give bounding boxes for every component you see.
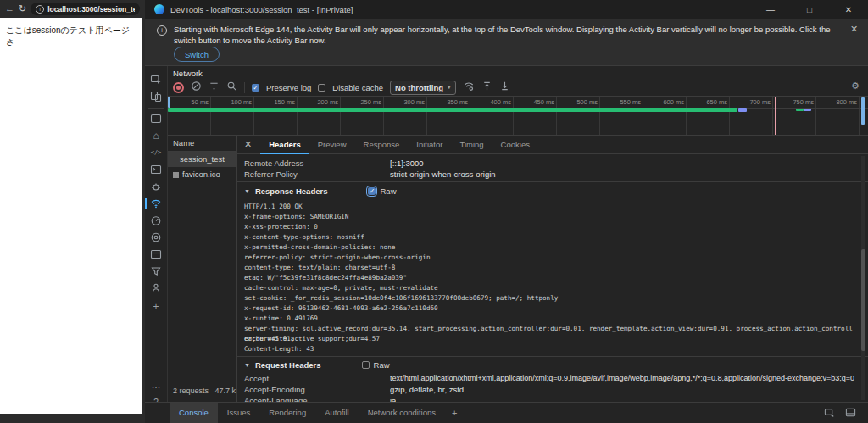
name-column-header[interactable]: Name (168, 136, 236, 152)
drawer-tab-console[interactable]: Console (170, 403, 218, 423)
dock-side-icon[interactable] (845, 406, 856, 421)
timeline-right-handle[interactable] (861, 97, 865, 125)
scrollbar-thumb[interactable] (861, 249, 865, 351)
timeline-overview[interactable]: 50 ms 100 ms 150 ms 200 ms 250 ms 300 ms… (168, 97, 868, 136)
add-drawer-tab-icon[interactable]: + (445, 408, 464, 418)
header-value: [::1]:3000 (390, 158, 424, 169)
preserve-log-checkbox[interactable]: ✓ (252, 84, 259, 92)
tick-label: 550 ms (620, 98, 641, 106)
application-icon[interactable] (149, 248, 163, 261)
request-row-session-test[interactable]: session_test (168, 152, 236, 167)
throttling-select[interactable]: No throttling ▾ (390, 81, 456, 95)
request-details-pane: ✕ Headers Preview Response Initiator Tim… (237, 136, 868, 402)
browser-bottom-edge (0, 414, 145, 423)
drawer-tab-rendering[interactable]: Rendering (259, 403, 315, 423)
elements-icon[interactable]: </> (149, 146, 163, 159)
settings-gear-icon[interactable]: ⚙ (851, 81, 860, 92)
active-panel-indicator (145, 198, 147, 209)
raw-header-line: x-content-type-options: nosniff (244, 232, 856, 242)
request-raw-checkbox[interactable] (362, 361, 370, 369)
maximize-button[interactable]: □ (790, 0, 829, 19)
preserve-log-label[interactable]: Preserve log (266, 83, 311, 92)
raw-header-line: x-runtime: 0.491769 (244, 314, 856, 324)
header-value: ja (390, 395, 396, 402)
clear-icon[interactable] (191, 80, 202, 95)
css-overview-icon[interactable] (149, 264, 163, 278)
feedback-icon[interactable] (824, 406, 835, 421)
tab-initiator[interactable]: Initiator (408, 136, 451, 154)
memory-icon[interactable] (149, 231, 163, 244)
tab-response[interactable]: Response (355, 136, 409, 154)
device-emulation-icon[interactable] (149, 90, 163, 103)
filter-icon[interactable] (209, 80, 220, 95)
header-name: Accept-Language (244, 395, 390, 402)
minimize-button[interactable]: — (751, 0, 790, 19)
page-text: ここはsessionのテスト用ページさ (6, 25, 130, 47)
request-name: favicon.ico (182, 167, 220, 182)
more-icon[interactable]: … (149, 378, 163, 392)
general-row: Referrer Policy strict-origin-when-cross… (244, 169, 854, 180)
raw-header-line: cache_write.active_support;dur=4.57 (244, 334, 856, 344)
raw-header-line: content-type: text/plain; charset=utf-8 (244, 263, 856, 273)
inspect-icon[interactable] (149, 73, 163, 86)
welcome-panel-icon[interactable] (149, 112, 163, 125)
edge-logo-icon (154, 4, 164, 14)
timeline-left-handle[interactable] (168, 97, 170, 108)
drawer-tab-network-conditions[interactable]: Network conditions (359, 403, 445, 423)
tick-label: 200 ms (317, 98, 338, 106)
network-icon[interactable] (149, 197, 163, 210)
info-icon: i (157, 25, 167, 36)
search-icon[interactable] (226, 80, 237, 95)
request-row-favicon[interactable]: favicon.ico (168, 167, 236, 182)
drawer-tab-issues[interactable]: Issues (218, 403, 259, 423)
chevron-down-icon: ▾ (448, 84, 451, 91)
tick-label: 500 ms (576, 98, 598, 106)
accessibility-icon[interactable] (149, 281, 163, 295)
devtools-window: DevTools - localhost:3000/session_test -… (145, 0, 868, 423)
request-headers-section[interactable]: ▼ Request Headers Raw (244, 359, 390, 370)
tab-timing[interactable]: Timing (451, 136, 492, 154)
close-button[interactable]: ✕ (829, 0, 868, 19)
tab-preview[interactable]: Preview (309, 136, 355, 154)
drawer-tab-autofill[interactable]: Autofill (315, 403, 359, 423)
site-info-icon[interactable]: i (36, 5, 44, 14)
activity-bar: ⌂ </> + … ? (145, 66, 168, 423)
response-headers-section[interactable]: ▼ Response Headers ✓ Raw (244, 185, 397, 197)
details-scrollbar[interactable] (861, 156, 865, 400)
response-raw-checkbox[interactable]: ✓ (368, 187, 376, 195)
disable-cache-label[interactable]: Disable cache (332, 83, 383, 92)
waterfall-bar-session-test-tail (738, 108, 747, 112)
tick-label: 450 ms (533, 98, 554, 106)
export-har-icon[interactable] (499, 80, 510, 95)
tick-label: 400 ms (490, 98, 511, 106)
raw-header-line: x-xss-protection: 0 (244, 222, 856, 232)
devtools-titlebar: DevTools - localhost:3000/session_test -… (145, 0, 868, 19)
import-har-icon[interactable] (481, 80, 492, 95)
record-icon[interactable] (173, 82, 184, 93)
tab-cookies[interactable]: Cookies (492, 136, 538, 154)
banner-close-icon[interactable]: ✕ (850, 24, 858, 35)
home-icon[interactable]: ⌂ (149, 129, 163, 142)
switch-button[interactable]: Switch (174, 47, 220, 62)
network-conditions-icon[interactable] (463, 80, 475, 95)
back-icon[interactable]: ← (5, 4, 14, 14)
raw-label[interactable]: Raw (380, 186, 396, 196)
raw-label[interactable]: Raw (374, 360, 390, 370)
performance-icon[interactable] (149, 214, 163, 227)
chevron-down-icon: ▼ (244, 188, 250, 194)
refresh-icon[interactable]: ↻ (19, 4, 26, 14)
tab-headers[interactable]: Headers (260, 136, 309, 154)
raw-header-line: x-frame-options: SAMEORIGIN (244, 212, 856, 222)
request-table: Name session_test favicon.ico 2 requests… (168, 136, 237, 402)
load-event-line (775, 97, 776, 135)
section-divider (237, 356, 868, 357)
console-panel-icon[interactable] (149, 163, 163, 176)
raw-header-line: cache-control: max-age=0, private, must-… (244, 283, 856, 293)
request-header-row: Accept text/html,application/xhtml+xml,a… (244, 373, 854, 384)
general-row: Remote Address [::1]:3000 (244, 158, 854, 169)
issues-icon[interactable] (149, 180, 163, 193)
add-panel-icon[interactable]: + (149, 300, 163, 314)
address-bar[interactable]: i localhost:3000/session_test (31, 3, 140, 15)
disable-cache-checkbox[interactable] (318, 84, 326, 92)
close-details-icon[interactable]: ✕ (244, 139, 252, 150)
